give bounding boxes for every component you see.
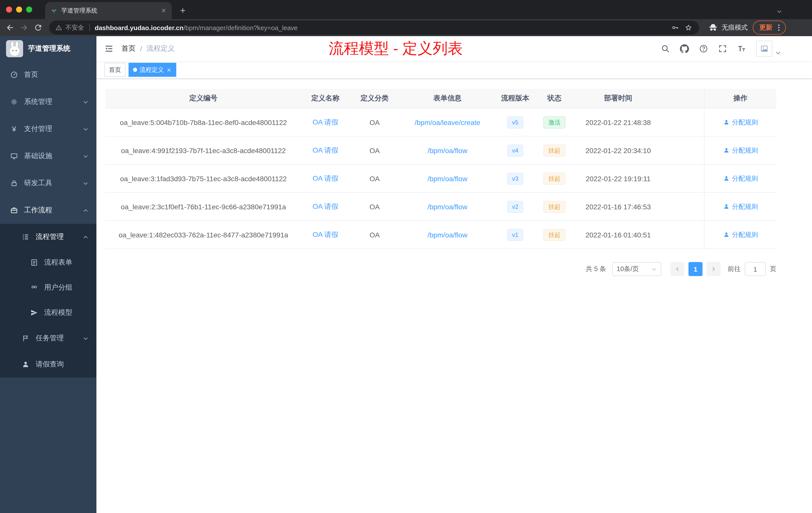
reload-button[interactable] — [31, 21, 45, 35]
tab-search-chevron-icon[interactable] — [776, 8, 783, 15]
form-link[interactable]: /bpm/oa/flow — [428, 146, 467, 154]
sidebar-item-infra[interactable]: 基础设施 — [0, 143, 96, 170]
sidebar-item-devtools[interactable]: 研发工具 — [0, 170, 96, 197]
security-label: 不安全 — [65, 23, 84, 32]
browser-tab[interactable]: 芋道管理系统 — [45, 2, 172, 19]
sidebar-logo[interactable]: 芋道管理系统 — [0, 36, 96, 61]
browser-tabstrip: 芋道管理系统 — [0, 0, 812, 19]
back-button[interactable] — [3, 21, 17, 35]
password-key-icon[interactable] — [671, 24, 679, 32]
assign-rule-link[interactable]: 分配规则 — [723, 118, 758, 127]
warning-icon — [55, 24, 62, 31]
chevron-down-icon — [83, 153, 88, 159]
page-size-select[interactable]: 10条/页 — [612, 262, 661, 276]
col-deploy-time: 部署时间 — [574, 89, 663, 108]
page-number-button[interactable]: 1 — [689, 262, 702, 276]
table-header-row: 定义编号 定义名称 定义分类 表单信息 流程版本 状态 部署时间 操作 — [106, 89, 776, 109]
sidebar-item-payment[interactable]: ¥ 支付管理 — [0, 116, 96, 143]
tab-title: 芋道管理系统 — [61, 6, 157, 15]
tag-close-icon[interactable] — [166, 67, 172, 72]
sidebar-item-process-model[interactable]: 流程模型 — [0, 300, 96, 325]
sidebar-toggle-button[interactable] — [96, 44, 121, 54]
sidebar-item-process-mgmt[interactable]: 流程管理 — [0, 224, 96, 250]
bookmark-star-icon[interactable] — [685, 24, 693, 32]
definition-name-link[interactable]: OA 请假 — [313, 174, 339, 183]
process-definition-table: 定义编号 定义名称 定义分类 表单信息 流程版本 状态 部署时间 操作 oa_l… — [106, 89, 776, 249]
assign-rule-link[interactable]: 分配规则 — [723, 230, 758, 239]
form-link[interactable]: /bpm/oa/flow — [428, 175, 467, 182]
definition-name-link[interactable]: OA 请假 — [313, 230, 339, 239]
table-row: oa_leave:5:004b710b-7b8a-11ec-8ef0-acde4… — [106, 109, 776, 137]
sidebar-item-workflow[interactable]: 工作流程 — [0, 197, 96, 224]
user-icon — [723, 232, 729, 238]
sidebar-item-home[interactable]: 首页 — [0, 61, 96, 88]
user-icon — [723, 203, 729, 210]
cell-definition-id: oa_leave:5:004b710b-7b8a-11ec-8ef0-acde4… — [106, 109, 301, 136]
breadcrumb-current: 流程定义 — [147, 44, 175, 53]
process-mgmt-children: 流程表单 用户分组 流程模型 — [0, 250, 96, 325]
definition-name-link[interactable]: OA 请假 — [313, 202, 339, 211]
assign-rule-link[interactable]: 分配规则 — [723, 146, 758, 155]
cell-deploy-time: 2022-01-16 17:46:53 — [574, 193, 663, 220]
goto-page-input[interactable] — [745, 262, 766, 276]
help-icon[interactable] — [699, 44, 708, 53]
search-icon[interactable] — [661, 44, 670, 53]
tag-process-definition[interactable]: 流程定义 — [128, 63, 176, 77]
sidebar-item-leave-query[interactable]: 请假查询 — [0, 351, 96, 378]
cell-category: OA — [349, 193, 400, 220]
assign-rule-link[interactable]: 分配规则 — [723, 202, 758, 211]
incognito-badge: 无痕模式 — [708, 23, 748, 33]
table-row: oa_leave:2:3c1f0ef1-76b1-11ec-9c66-a2380… — [106, 193, 776, 221]
browser-menu-icon[interactable] — [774, 23, 783, 32]
forward-button[interactable] — [17, 21, 31, 35]
definition-name-link[interactable]: OA 请假 — [313, 118, 339, 127]
briefcase-icon — [10, 206, 18, 214]
user-avatar-menu[interactable] — [756, 41, 781, 57]
col-actions: 操作 — [704, 89, 776, 108]
col-definition-name: 定义名称 — [301, 89, 349, 108]
next-page-button[interactable] — [706, 262, 721, 276]
address-bar[interactable]: 不安全 dashboard.yudao.iocoder.cn/bpm/manag… — [49, 21, 699, 35]
definition-name-link[interactable]: OA 请假 — [313, 146, 339, 155]
assign-rule-link[interactable]: 分配规则 — [723, 174, 758, 183]
col-status: 状态 — [535, 89, 574, 108]
sidebar-item-user-group[interactable]: 用户分组 — [0, 275, 96, 300]
form-link[interactable]: /bpm/oa/flow — [428, 231, 467, 239]
page-content: 定义编号 定义名称 定义分类 表单信息 流程版本 状态 部署时间 操作 oa_l… — [96, 79, 812, 513]
status-badge: 挂起 — [543, 144, 566, 156]
sidebar-item-system[interactable]: 系统管理 — [0, 88, 96, 116]
breadcrumb: 首页 / 流程定义 — [121, 44, 175, 53]
chevron-down-icon — [83, 180, 88, 186]
window-close-button[interactable] — [6, 6, 12, 12]
tab-close-icon[interactable] — [161, 7, 167, 13]
chrome-update-button[interactable]: 更新 — [753, 21, 786, 35]
dashboard-icon — [10, 71, 18, 79]
version-badge: v1 — [507, 229, 523, 241]
tags-view-bar: 首页 流程定义 — [96, 61, 812, 79]
favicon-leaf-icon — [50, 7, 57, 14]
tag-home[interactable]: 首页 — [105, 63, 125, 77]
window-minimize-button[interactable] — [16, 6, 22, 12]
user-group-icon — [30, 283, 38, 292]
list-icon — [22, 233, 30, 241]
github-icon[interactable] — [680, 44, 689, 53]
form-link[interactable]: /bpm/oa/flow — [428, 203, 467, 211]
window-controls — [0, 0, 38, 19]
new-tab-button[interactable] — [176, 3, 190, 18]
col-form-info: 表单信息 — [400, 89, 495, 108]
breadcrumb-home[interactable]: 首页 — [121, 44, 136, 53]
flag-icon — [22, 334, 30, 342]
cell-category: OA — [349, 164, 400, 192]
sidebar-item-task-mgmt[interactable]: 任务管理 — [0, 325, 96, 351]
fullscreen-icon[interactable] — [718, 44, 727, 53]
sidebar-item-process-form[interactable]: 流程表单 — [0, 250, 96, 275]
window-zoom-button[interactable] — [26, 6, 32, 12]
form-link[interactable]: /bpm/oa/leave/create — [414, 118, 480, 126]
chevron-down-icon — [651, 266, 657, 272]
font-size-icon[interactable] — [737, 44, 746, 53]
user-icon — [723, 119, 729, 125]
security-chip[interactable]: 不安全 — [55, 23, 84, 32]
chevron-down-icon — [83, 99, 88, 105]
prev-page-button[interactable] — [670, 262, 685, 276]
send-icon — [30, 309, 38, 317]
